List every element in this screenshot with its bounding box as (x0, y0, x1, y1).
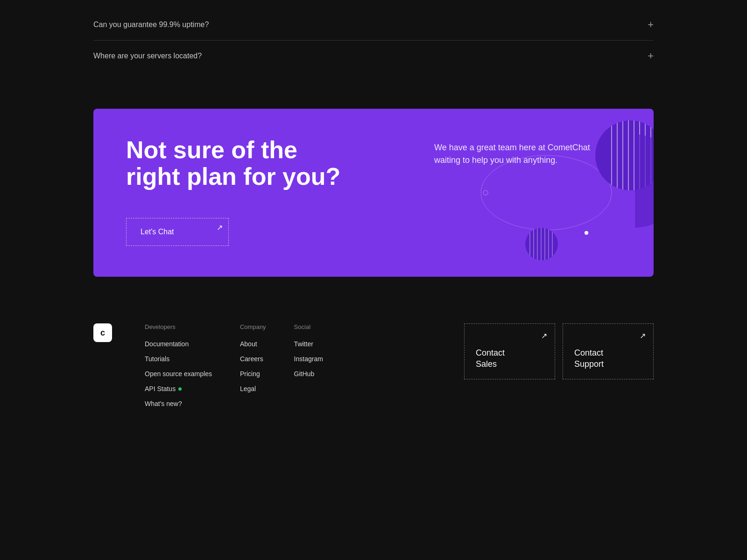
footer-nav: Developers Documentation Tutorials Open … (145, 323, 445, 414)
small-sphere-svg (523, 225, 560, 263)
twitter-link[interactable]: Twitter (294, 340, 313, 348)
whats-new-link[interactable]: What's new? (145, 400, 182, 407)
list-item: Pricing (240, 370, 266, 378)
footer-logo: c (93, 323, 112, 342)
cta-decorations (420, 109, 654, 277)
faq-expand-icon-uptime: + (648, 19, 654, 31)
open-source-link[interactable]: Open source examples (145, 370, 212, 378)
list-item: Twitter (294, 340, 323, 348)
decor-dot (585, 231, 588, 235)
api-status-dot (178, 387, 182, 391)
footer-contact-buttons: ↗ Contact Sales ↗ Contact Support (464, 323, 654, 379)
footer-col-company: Company About Careers Pricing Legal (240, 323, 266, 414)
footer-col-social: Social Twitter Instagram GitHub (294, 323, 323, 414)
instagram-link[interactable]: Instagram (294, 355, 323, 363)
cta-banner: Not sure of the right plan for you? Let'… (93, 109, 654, 277)
contact-sales-button[interactable]: ↗ Contact Sales (464, 323, 555, 379)
about-link[interactable]: About (240, 340, 257, 348)
svg-point-1 (483, 190, 488, 195)
company-col-title: Company (240, 323, 266, 330)
list-item: What's new? (145, 399, 212, 408)
contact-support-button[interactable]: ↗ Contact Support (563, 323, 654, 379)
careers-link[interactable]: Careers (240, 355, 263, 363)
cta-subtitle: We have a great team here at CometChat w… (434, 141, 602, 167)
cta-right-content: We have a great team here at CometChat w… (434, 137, 621, 167)
logo-box: c (93, 323, 112, 342)
faq-item-uptime[interactable]: Can you guarantee 99.9% uptime? + (93, 9, 654, 41)
svg-point-16 (525, 228, 558, 260)
lets-chat-label: Let's Chat (141, 228, 174, 236)
list-item: Instagram (294, 355, 323, 363)
list-item: API Status (145, 385, 212, 393)
svg-point-15 (525, 228, 558, 260)
developers-links: Documentation Tutorials Open source exam… (145, 340, 212, 408)
footer-col-developers: Developers Documentation Tutorials Open … (145, 323, 212, 414)
developers-col-title: Developers (145, 323, 212, 330)
logo-letter: c (100, 328, 105, 338)
documentation-link[interactable]: Documentation (145, 340, 189, 348)
list-item: Careers (240, 355, 266, 363)
list-item: About (240, 340, 266, 348)
arrow-icon: ↗ (217, 223, 223, 232)
faq-section: Can you guarantee 99.9% uptime? + Where … (93, 0, 654, 90)
legal-link[interactable]: Legal (240, 385, 256, 392)
svg-point-14 (635, 134, 654, 228)
faq-question-uptime: Can you guarantee 99.9% uptime? (93, 21, 209, 29)
contact-support-label: Contact Support (574, 348, 604, 370)
social-col-title: Social (294, 323, 323, 330)
partial-circle-svg (635, 123, 654, 239)
github-link[interactable]: GitHub (294, 370, 315, 378)
faq-question-servers: Where are your servers located? (93, 52, 202, 60)
social-links: Twitter Instagram GitHub (294, 340, 323, 378)
arrow-icon: ↗ (541, 331, 547, 341)
contact-sales-label: Contact Sales (476, 348, 505, 370)
list-item: Documentation (145, 340, 212, 348)
list-item: Open source examples (145, 370, 212, 378)
list-item: GitHub (294, 370, 323, 378)
faq-expand-icon-servers: + (648, 50, 654, 62)
pricing-link[interactable]: Pricing (240, 370, 260, 378)
list-item: Legal (240, 385, 266, 393)
tutorials-link[interactable]: Tutorials (145, 355, 169, 363)
lets-chat-button[interactable]: Let's Chat ↗ (126, 218, 229, 246)
svg-point-0 (481, 155, 612, 230)
cta-left-content: Not sure of the right plan for you? Let'… (126, 137, 434, 246)
api-status-link[interactable]: API Status (145, 385, 176, 392)
cta-heading: Not sure of the right plan for you? (126, 137, 434, 190)
faq-item-servers[interactable]: Where are your servers located? + (93, 41, 654, 71)
company-links: About Careers Pricing Legal (240, 340, 266, 393)
arrow-icon: ↗ (640, 331, 646, 341)
footer: c Developers Documentation Tutorials Ope… (93, 295, 654, 452)
list-item: Tutorials (145, 355, 212, 363)
